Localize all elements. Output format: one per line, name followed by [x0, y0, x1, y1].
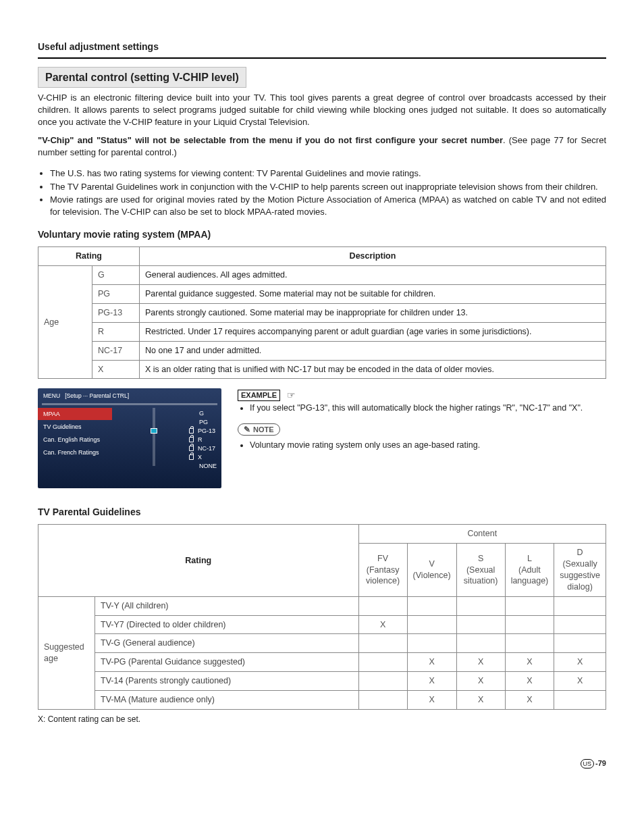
tvpg-cell: X: [407, 653, 456, 672]
tvpg-age-cell: Suggested age: [38, 596, 95, 709]
lock-icon: [189, 428, 194, 434]
osd-right-item: NONE: [199, 462, 217, 470]
mpaa-rating: NC-17: [92, 341, 140, 360]
osd-right-item: PG-13: [198, 427, 215, 435]
osd-menu-label: MENU: [43, 392, 60, 399]
tvpg-cell: X: [456, 672, 505, 691]
section-title: Parental control (setting V-CHIP level): [38, 67, 246, 88]
tvpg-cell: [554, 615, 606, 634]
tvpg-cell: X: [358, 615, 407, 634]
mpaa-rating: PG-13: [92, 303, 140, 322]
osd-left-item: MPAA: [38, 408, 112, 420]
mpaa-th-rating: Rating: [38, 247, 140, 266]
tvpg-cell: X: [456, 691, 505, 710]
tvpg-col: D(Sexually suggestive dialog): [554, 544, 606, 597]
tvpg-footnote: X: Content rating can be set.: [38, 714, 606, 725]
osd-breadcrumb: [Setup ··· Parental CTRL]: [65, 392, 129, 399]
tvpg-cell: [456, 596, 505, 615]
mpaa-desc: X is an older rating that is unified wit…: [140, 360, 606, 379]
tvpg-cell: [505, 634, 554, 653]
mpaa-age-cell: Age: [38, 266, 92, 379]
tvpg-cell: [407, 634, 456, 653]
osd-right-item: PG: [199, 418, 208, 426]
mpaa-desc: Parents strongly cautioned. Some materia…: [140, 303, 606, 322]
example-badge: EXAMPLE: [238, 390, 280, 401]
osd-right-item: NC-17: [198, 444, 215, 452]
note-badge: ✎ NOTE: [238, 423, 280, 436]
note-label: NOTE: [253, 425, 274, 435]
osd-left-item: Can. French Ratings: [38, 446, 112, 459]
mpaa-desc: No one 17 and under admitted.: [140, 341, 606, 360]
tvpg-cell: [358, 634, 407, 653]
tvpg-cell: [407, 596, 456, 615]
region-badge: US: [581, 759, 595, 768]
tvpg-cell: [456, 634, 505, 653]
note-icon: ✎: [244, 424, 250, 435]
lock-icon: [189, 437, 194, 442]
tvpg-col: V(Violence): [407, 544, 456, 597]
osd-right-item: G: [199, 409, 204, 417]
tvpg-cell: [505, 615, 554, 634]
mpaa-desc: Parental guidance suggested. Some materi…: [140, 285, 606, 304]
tvpg-row-label: TV-Y7 (Directed to older children): [95, 615, 359, 634]
mpaa-th-desc: Description: [140, 247, 606, 266]
tvpg-row-label: TV-PG (Parental Guidance suggested): [95, 653, 359, 672]
tvpg-heading: TV Parental Guidelines: [38, 506, 606, 519]
tvpg-row-label: TV-14 (Parents strongly cautioned): [95, 672, 359, 691]
osd-right-item: X: [198, 453, 202, 461]
bullet-list: The U.S. has two rating systems for view…: [38, 167, 606, 217]
tvpg-cell: X: [505, 672, 554, 691]
tvpg-row-label: TV-MA (Mature audience only): [95, 691, 359, 710]
tvpg-cell: [554, 634, 606, 653]
tvpg-cell: [554, 691, 606, 710]
tvpg-th-rating: Rating: [38, 525, 359, 596]
mpaa-rating: G: [92, 266, 140, 285]
intro-paragraph: V-CHIP is an electronic filtering device…: [38, 92, 606, 128]
tvpg-cell: [358, 691, 407, 710]
tvpg-cell: X: [505, 691, 554, 710]
tvpg-cell: X: [456, 653, 505, 672]
tvpg-cell: [358, 596, 407, 615]
tvpg-col: FV(Fantasy violence): [358, 544, 407, 597]
example-text: If you select "PG-13", this will automat…: [250, 402, 606, 414]
list-item: The TV Parental Guidelines work in conju…: [50, 181, 606, 193]
hand-pointer-icon: ☞: [287, 389, 296, 402]
warning-bold: "V-Chip" and "Status" will not be select…: [38, 135, 503, 145]
mpaa-rating: PG: [92, 285, 140, 304]
mpaa-heading: Voluntary movie rating system (MPAA): [38, 228, 606, 241]
note-text: Voluntary movie rating system only uses …: [250, 440, 606, 451]
list-item: The U.S. has two rating systems for view…: [50, 167, 606, 180]
page-header: Useful adjustment settings: [38, 41, 606, 59]
tvpg-cell: X: [554, 672, 606, 691]
mpaa-table: Rating Description Age G General audienc…: [38, 246, 606, 379]
tvpg-cell: [358, 672, 407, 691]
osd-slider: [153, 408, 155, 466]
mpaa-rating: R: [92, 322, 140, 341]
warning-paragraph: "V-Chip" and "Status" will not be select…: [38, 134, 606, 158]
tvpg-row-label: TV-G (General audience): [95, 634, 359, 653]
tvpg-th-content: Content: [358, 525, 606, 544]
osd-left-item: TV Guidelines: [38, 421, 112, 433]
osd-left-item: Can. English Ratings: [38, 434, 112, 446]
list-item: Movie ratings are used for original movi…: [50, 194, 606, 217]
tvpg-cell: [554, 596, 606, 615]
mpaa-rating: X: [92, 360, 140, 379]
osd-menu-screenshot: MENU [Setup ··· Parental CTRL] MPAA TV G…: [38, 388, 221, 488]
tvpg-cell: [358, 653, 407, 672]
tvpg-cell: [505, 596, 554, 615]
mpaa-desc: Restricted. Under 17 requires accompanyi…: [140, 322, 606, 341]
tvpg-col: L(Adult language): [505, 544, 554, 597]
mpaa-desc: General audiences. All ages admitted.: [140, 266, 606, 285]
page-number: US-79: [38, 758, 606, 768]
tvpg-table: Rating Content FV(Fantasy violence) V(Vi…: [38, 524, 606, 710]
tvpg-cell: [407, 615, 456, 634]
tvpg-col: S(Sexual situation): [456, 544, 505, 597]
tvpg-row-label: TV-Y (All children): [95, 596, 359, 615]
lock-icon: [189, 454, 194, 460]
tvpg-cell: X: [505, 653, 554, 672]
osd-right-item: R: [198, 436, 203, 444]
tvpg-cell: X: [407, 672, 456, 691]
tvpg-cell: X: [407, 691, 456, 710]
tvpg-cell: X: [554, 653, 606, 672]
lock-icon: [189, 446, 194, 451]
